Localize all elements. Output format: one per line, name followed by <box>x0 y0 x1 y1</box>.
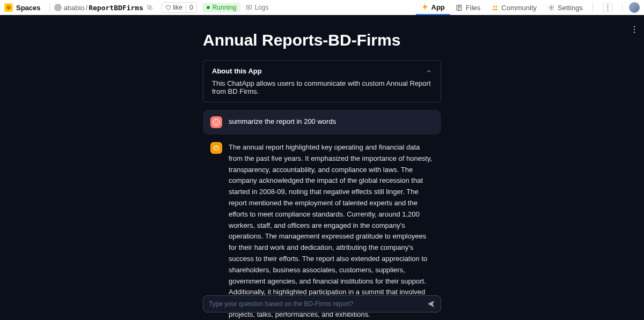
svg-point-1 <box>8 6 9 8</box>
svg-point-9 <box>550 6 552 8</box>
like-button[interactable]: like <box>162 4 186 11</box>
chevron-up-icon <box>426 68 432 75</box>
like-count: 0 <box>186 4 196 11</box>
logs-label: Logs <box>254 4 268 11</box>
breadcrumb-name: ReportBDFirms <box>89 4 143 12</box>
breadcrumb[interactable]: ababio / ReportBDFirms <box>64 4 143 12</box>
tab-settings[interactable]: Settings <box>542 0 588 15</box>
svg-point-15 <box>634 32 635 33</box>
like-label: like <box>173 4 182 11</box>
svg-point-16 <box>213 119 219 125</box>
svg-rect-5 <box>247 5 252 9</box>
svg-point-13 <box>634 26 635 27</box>
svg-point-11 <box>607 7 608 8</box>
tab-community-label: Community <box>501 4 537 12</box>
svg-point-14 <box>634 29 635 31</box>
tab-app[interactable]: App <box>416 0 450 15</box>
svg-point-7 <box>493 5 494 7</box>
svg-point-18 <box>217 121 218 122</box>
about-description: This ChatApp allows users to communicate… <box>212 79 432 95</box>
status-label: Running <box>213 4 237 11</box>
copy-icon[interactable] <box>147 4 153 11</box>
bot-chat-avatar-icon <box>210 142 222 154</box>
user-avatar[interactable] <box>629 2 640 13</box>
owner-avatar <box>54 4 62 11</box>
breadcrumb-owner: ababio <box>64 4 85 12</box>
chat-input[interactable] <box>209 300 427 308</box>
user-chat-avatar-icon <box>210 116 222 128</box>
logs-link[interactable]: Logs <box>246 4 268 11</box>
send-button[interactable] <box>427 300 435 308</box>
breadcrumb-slash: / <box>86 4 88 12</box>
bot-message: The annual report highlighted key operat… <box>203 142 441 320</box>
separator <box>622 3 623 12</box>
user-message-text: summarize the report in 200 words <box>229 116 336 128</box>
svg-point-2 <box>9 6 10 8</box>
tab-community[interactable]: Community <box>486 0 542 15</box>
tab-settings-label: Settings <box>558 4 583 12</box>
tab-files[interactable]: Files <box>450 0 486 15</box>
svg-point-0 <box>6 5 11 10</box>
community-icon <box>491 4 499 11</box>
user-message: summarize the report in 200 words <box>203 110 441 135</box>
more-button[interactable] <box>603 3 612 12</box>
bolt-icon <box>421 3 429 11</box>
like-group: like 0 <box>162 2 197 13</box>
svg-point-12 <box>607 9 608 10</box>
hf-logo-icon <box>4 3 13 12</box>
status-pill: Running <box>202 3 241 12</box>
page-title: Annual Reports-BD-Firms <box>203 31 441 49</box>
about-toggle[interactable]: About this App <box>212 67 432 75</box>
spaces-link[interactable]: Spaces <box>16 4 41 12</box>
tab-files-label: Files <box>466 4 480 12</box>
svg-point-17 <box>215 121 216 122</box>
bot-message-text: The annual report highlighted key operat… <box>229 142 434 320</box>
about-title: About this App <box>212 67 262 75</box>
chat-input-bar <box>203 295 441 312</box>
svg-rect-19 <box>214 147 218 150</box>
separator <box>49 3 50 12</box>
files-icon <box>456 4 463 11</box>
about-panel: About this App This ChatApp allows users… <box>203 60 441 102</box>
tab-app-label: App <box>431 3 445 11</box>
svg-point-10 <box>607 4 608 5</box>
gear-icon <box>547 4 555 11</box>
app-menu-button[interactable] <box>633 26 635 33</box>
svg-point-8 <box>495 5 497 7</box>
status-dot-icon <box>207 6 210 9</box>
separator <box>592 3 593 12</box>
